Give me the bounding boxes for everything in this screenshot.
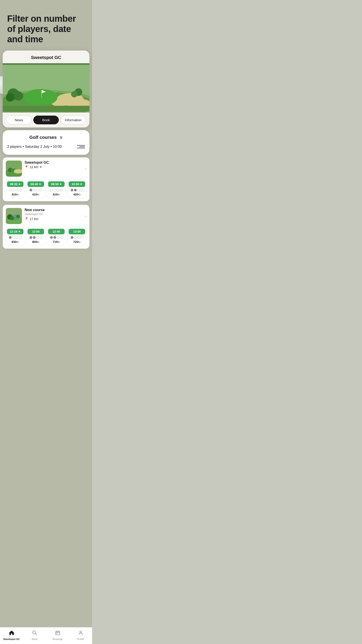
slot-price-1-0: 830Kr	[7, 240, 24, 244]
tab-book[interactable]: Book	[33, 116, 58, 124]
calendar-icon	[55, 630, 60, 637]
chevron-right-0[interactable]: ›	[85, 166, 86, 171]
slot-price-1-3: 720Kr	[69, 240, 85, 244]
slot-price-0-0: 410Kr	[7, 193, 24, 196]
slots-grid-0: 09:30 ★ 410Kr 09:40	[6, 179, 86, 198]
slot-0-0[interactable]: 09:30 ★ 410Kr	[6, 179, 24, 198]
dot	[57, 236, 60, 239]
dot	[19, 236, 22, 239]
slot-time-0-0: 09:30 ★	[7, 181, 24, 187]
dot	[16, 189, 18, 192]
svg-rect-14	[3, 106, 90, 111]
filter-panel: Golf courses ∨ 2 players • Saturday 2 Ju…	[3, 130, 90, 155]
dot	[12, 236, 15, 239]
slot-dots-1-3	[69, 236, 85, 239]
slot-dots-0-3	[69, 189, 85, 192]
star-icon-0-2: ★	[60, 183, 62, 186]
dot	[77, 189, 80, 192]
dot	[40, 189, 42, 192]
dot	[50, 236, 53, 239]
course-item-0: Sweetspot GC 📍 12 km ♥ › 09:30 ★	[3, 158, 90, 201]
svg-point-13	[71, 91, 77, 97]
heart-icon-0[interactable]: ♥	[40, 165, 42, 169]
svg-point-24	[10, 216, 14, 220]
tab-news[interactable]: News	[6, 116, 32, 124]
course-name-1: New course	[24, 208, 82, 212]
dot	[81, 236, 84, 239]
slot-1-1[interactable]: 12:00 800Kr	[26, 227, 45, 246]
dot	[36, 189, 39, 192]
home-icon	[9, 630, 14, 637]
svg-point-25	[16, 215, 20, 218]
slot-1-0[interactable]: 11:10 ★ 830Kr	[6, 227, 24, 246]
nav-item-home[interactable]: Sweetspot GC	[0, 629, 23, 641]
pin-icon-0: 📍	[24, 165, 28, 169]
dot	[77, 236, 80, 239]
course-info-0: Sweetspot GC 📍 12 km ♥	[24, 160, 82, 169]
slot-dots-0-2	[48, 189, 64, 192]
dot	[30, 189, 32, 192]
svg-point-6	[24, 89, 58, 106]
bottom-nav: Sweetspot GC Book Bookings	[0, 627, 92, 644]
slot-1-2[interactable]: 12:40 710Kr	[47, 227, 66, 246]
svg-rect-28	[56, 631, 60, 635]
dot	[36, 236, 39, 239]
card-title: Sweetspot GC	[3, 50, 90, 63]
slot-0-3[interactable]: 10:00 ★ 420Kr	[68, 179, 86, 198]
dot	[71, 236, 73, 239]
dot	[60, 236, 63, 239]
nav-label-bookings: Bookings	[52, 638, 62, 640]
course-sub-1: Sweetspot GC	[24, 212, 82, 216]
person-icon	[78, 630, 84, 637]
star-icon-0-0: ★	[18, 183, 20, 186]
slot-time-0-1: 09:40 ★	[28, 181, 44, 187]
nav-item-bookings[interactable]: Bookings	[46, 629, 69, 641]
slots-grid-1: 11:10 ★ 830Kr 12:00	[6, 227, 86, 246]
nav-item-book[interactable]: Book	[23, 629, 46, 641]
hero-title: Filter on number of players, date and ti…	[7, 14, 85, 44]
dot	[16, 236, 18, 239]
svg-line-27	[35, 634, 37, 635]
slot-time-1-0: 11:10 ★	[7, 229, 24, 234]
dot	[54, 236, 56, 239]
dot	[74, 236, 77, 239]
filter-settings-icon[interactable]	[77, 144, 85, 150]
slot-1-3[interactable]: 13:00 720Kr	[68, 227, 86, 246]
slot-price-0-2: 410Kr	[48, 193, 64, 196]
course-item-1: New course Sweetspot GC 📍 17 km › 11:10 …	[3, 205, 90, 249]
dot	[60, 189, 63, 192]
slot-price-0-1: 410Kr	[28, 193, 44, 196]
svg-rect-32	[56, 633, 58, 634]
slot-dots-1-0	[7, 236, 24, 239]
dot	[33, 189, 36, 192]
dot	[81, 189, 84, 192]
dot	[40, 236, 42, 239]
slot-price-1-1: 800Kr	[28, 240, 44, 244]
course-hero-image	[3, 63, 90, 112]
course-dist-0: 📍 12 km ♥	[24, 165, 82, 169]
star-icon-0-3: ★	[80, 183, 82, 186]
slot-dots-0-1	[28, 189, 44, 192]
star-icon-1-0: ★	[18, 230, 20, 233]
filter-criteria: 2 players • Saturday 2 July • 10:00	[7, 145, 62, 149]
slot-time-1-2: 12:40	[48, 229, 64, 234]
slot-0-1[interactable]: 09:40 ★ 410Kr	[26, 179, 45, 198]
search-icon	[32, 630, 37, 637]
slot-time-1-3: 13:00	[69, 229, 85, 234]
tab-information[interactable]: Information	[60, 116, 86, 124]
hero-section: Filter on number of players, date and ti…	[0, 0, 92, 50]
slot-price-0-3: 420Kr	[69, 193, 85, 196]
course-dist-1: 📍 17 km	[24, 217, 82, 221]
svg-point-10	[14, 91, 23, 100]
svg-point-33	[80, 631, 82, 633]
chevron-right-1[interactable]: ›	[85, 214, 86, 218]
slot-time-0-2: 09:50 ★	[48, 181, 64, 187]
filter-title: Golf courses	[29, 135, 56, 140]
chevron-down-icon[interactable]: ∨	[60, 134, 63, 140]
dot	[50, 189, 53, 192]
slot-0-2[interactable]: 09:50 ★ 410Kr	[47, 179, 66, 198]
nav-item-profile[interactable]: Profile	[69, 629, 92, 641]
dot	[9, 236, 12, 239]
nav-label-profile: Profile	[77, 638, 84, 640]
dot	[54, 189, 56, 192]
